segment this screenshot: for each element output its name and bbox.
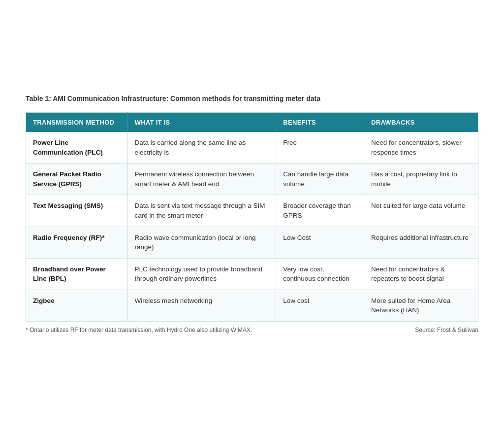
table-row: Broadband over Power Line (BPL)PLC techn… xyxy=(26,258,478,290)
cell-benefits: Free xyxy=(276,132,364,164)
col-header-benefits: BENEFITS xyxy=(276,113,364,132)
cell-method: Broadband over Power Line (BPL) xyxy=(26,258,128,290)
table-row: ZigbeeWireless mesh networkingLow costMo… xyxy=(26,290,478,321)
cell-benefits: Low cost xyxy=(276,290,364,321)
table-header-row: TRANSMISSION METHOD WHAT IT IS BENEFITS … xyxy=(26,113,478,132)
ami-table: TRANSMISSION METHOD WHAT IT IS BENEFITS … xyxy=(26,112,478,322)
cell-benefits: Very low cost, continuous connection xyxy=(276,258,364,290)
cell-drawbacks: Has a cost, proprietary link to mobile xyxy=(364,164,478,195)
col-header-method: TRANSMISSION METHOD xyxy=(26,113,128,132)
cell-what: Data is carried along the same line as e… xyxy=(127,132,276,164)
cell-benefits: Broader coverage than GPRS xyxy=(276,195,364,227)
cell-method: Power Line Communication (PLC) xyxy=(26,132,128,164)
footnote-text: * Ontario utilizes RF for meter data tra… xyxy=(26,327,252,333)
cell-drawbacks: Not suited for large data volume xyxy=(364,195,478,227)
page-wrapper: Table 1: AMI Communication Infrastructur… xyxy=(16,80,488,348)
cell-what: Wireless mesh networking xyxy=(127,290,276,321)
cell-what: Radio wave communication (local or long … xyxy=(127,227,276,258)
cell-benefits: Can handle large data volume xyxy=(276,164,364,195)
col-header-drawbacks: DRAWBACKS xyxy=(364,113,478,132)
cell-method: Text Messaging (SMS) xyxy=(26,195,128,227)
table-row: Power Line Communication (PLC)Data is ca… xyxy=(26,132,478,164)
table-row: Radio Frequency (RF)*Radio wave communic… xyxy=(26,227,478,258)
table-row: Text Messaging (SMS)Data is sent via tex… xyxy=(26,195,478,227)
cell-what: Permanent wireless connection between sm… xyxy=(127,164,276,195)
cell-benefits: Low Cost xyxy=(276,227,364,258)
footnote-row: * Ontario utilizes RF for meter data tra… xyxy=(26,327,478,333)
cell-what: PLC technology used to provide broadband… xyxy=(127,258,276,290)
table-row: General Packet Radio Service (GPRS)Perma… xyxy=(26,164,478,195)
cell-method: General Packet Radio Service (GPRS) xyxy=(26,164,128,195)
cell-drawbacks: More suited for Home Area Networks (HAN) xyxy=(364,290,478,321)
source-text: Source: Frost & Sullivan xyxy=(415,327,478,333)
cell-drawbacks: Requires additional infrastructure xyxy=(364,227,478,258)
table-title: Table 1: AMI Communication Infrastructur… xyxy=(26,95,478,102)
cell-drawbacks: Need for concentrators & repeaters to bo… xyxy=(364,258,478,290)
cell-method: Zigbee xyxy=(26,290,128,321)
cell-method: Radio Frequency (RF)* xyxy=(26,227,128,258)
col-header-what: WHAT IT IS xyxy=(127,113,276,132)
cell-what: Data is sent via text message through a … xyxy=(127,195,276,227)
cell-drawbacks: Need for concentrators, slower response … xyxy=(364,132,478,164)
